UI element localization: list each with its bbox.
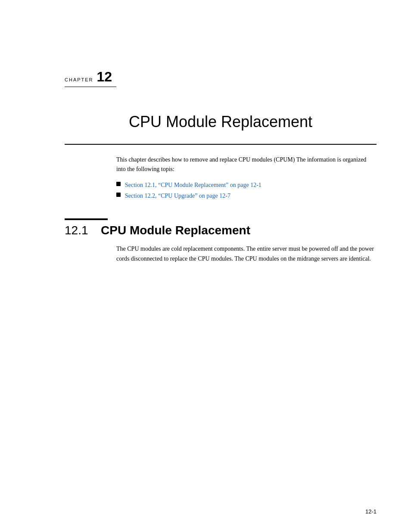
section-body: The CPU modules are cold replacement com… <box>116 244 377 264</box>
bullet-icon <box>116 193 121 197</box>
chapter-word: Chapter <box>65 77 93 82</box>
page-number: 12-1 <box>365 508 377 515</box>
toc-link-12-1[interactable]: Section 12.1, “CPU Module Replacement” o… <box>125 180 262 190</box>
page: Chapter 12 CPU Module Replacement This c… <box>0 0 411 532</box>
section-title: CPU Module Replacement <box>101 224 250 237</box>
section-rule-area <box>65 218 377 220</box>
chapter-label-row: Chapter 12 <box>65 69 377 85</box>
section-12-1: 12.1 CPU Module Replacement The CPU modu… <box>65 218 377 264</box>
chapter-title: CPU Module Replacement <box>65 113 377 131</box>
section-number: 12.1 <box>65 224 90 237</box>
chapter-title-rule <box>65 144 377 145</box>
section-heading-row: 12.1 CPU Module Replacement <box>65 224 377 237</box>
toc-list: Section 12.1, “CPU Module Replacement” o… <box>116 180 377 201</box>
content-area: Chapter 12 CPU Module Replacement This c… <box>65 0 377 264</box>
bullet-icon <box>116 182 121 186</box>
toc-link-12-2[interactable]: Section 12.2, “CPU Upgrade” on page 12-7 <box>125 190 230 201</box>
chapter-rule <box>65 87 116 87</box>
chapter-label-area: Chapter 12 <box>65 69 377 87</box>
list-item: Section 12.2, “CPU Upgrade” on page 12-7 <box>116 190 377 201</box>
section-thick-rule <box>65 218 108 220</box>
intro-paragraph: This chapter describes how to remove and… <box>116 155 377 174</box>
chapter-number: 12 <box>97 69 112 84</box>
list-item: Section 12.1, “CPU Module Replacement” o… <box>116 180 377 190</box>
